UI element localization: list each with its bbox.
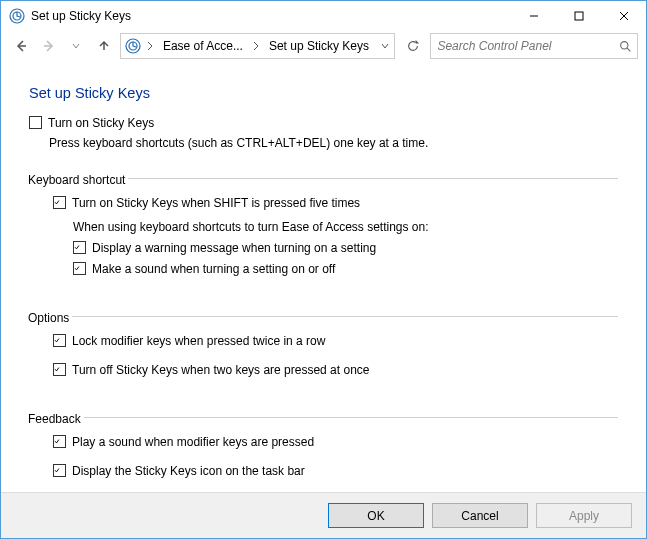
page-heading: Set up Sticky Keys [29,85,618,101]
cancel-button[interactable]: Cancel [432,503,528,528]
window-controls [511,1,646,30]
svg-line-11 [627,48,630,51]
checkbox-icon [53,334,66,347]
navbar: Ease of Acce... Set up Sticky Keys [1,30,646,63]
back-button[interactable] [9,34,33,58]
search-box[interactable] [430,33,638,59]
chevron-right-icon[interactable] [249,41,263,51]
breadcrumb-seg-2[interactable]: Set up Sticky Keys [263,34,375,58]
checkbox-icon [73,262,86,275]
chevron-right-icon[interactable] [143,41,157,51]
breadcrumb[interactable]: Ease of Acce... Set up Sticky Keys [120,33,395,59]
window: Set up Sticky Keys [0,0,647,539]
forward-button[interactable] [37,34,61,58]
close-button[interactable] [601,1,646,30]
breadcrumb-seg-1[interactable]: Ease of Acce... [157,34,249,58]
search-input[interactable] [435,38,613,54]
ok-button[interactable]: OK [328,503,424,528]
apply-button: Apply [536,503,632,528]
checkbox-icon [73,241,86,254]
turn-off-two-keys-checkbox[interactable]: Turn off Sticky Keys when two keys are p… [53,362,618,379]
make-sound-checkbox[interactable]: Make a sound when turning a setting on o… [73,261,618,278]
shift-five-times-checkbox[interactable]: Turn on Sticky Keys when SHIFT is presse… [53,195,618,212]
lock-modifier-checkbox[interactable]: Lock modifier keys when pressed twice in… [53,333,618,350]
content-area: Set up Sticky Keys Turn on Sticky Keys P… [1,63,646,493]
recent-dropdown[interactable] [64,34,88,58]
checkbox-label: Display a warning message when turning o… [92,240,376,257]
refresh-button[interactable] [399,33,427,59]
turn-on-sticky-keys-checkbox[interactable]: Turn on Sticky Keys [29,115,618,132]
window-title: Set up Sticky Keys [31,9,511,23]
breadcrumb-history-dropdown[interactable] [375,34,395,58]
checkbox-label: Turn on Sticky Keys when SHIFT is presse… [72,195,360,212]
search-icon[interactable] [617,40,633,53]
maximize-button[interactable] [556,1,601,30]
checkbox-icon [53,464,66,477]
group-legend: Feedback [25,412,84,426]
display-taskbar-icon-checkbox[interactable]: Display the Sticky Keys icon on the task… [53,463,618,480]
checkbox-label: Turn on Sticky Keys [48,115,154,132]
group-options: Options Lock modifier keys when pressed … [29,302,618,395]
display-warning-checkbox[interactable]: Display a warning message when turning o… [73,240,618,257]
svg-rect-3 [575,12,583,20]
footer: OK Cancel Apply [1,492,646,538]
checkbox-label: Display the Sticky Keys icon on the task… [72,463,305,480]
minimize-button[interactable] [511,1,556,30]
checkbox-icon [53,363,66,376]
app-icon [9,8,25,24]
checkbox-label: Turn off Sticky Keys when two keys are p… [72,362,369,379]
shortcut-subnote: When using keyboard shortcuts to turn Ea… [73,220,618,234]
breadcrumb-icon [123,36,143,56]
titlebar: Set up Sticky Keys [1,1,646,30]
checkbox-label: Make a sound when turning a setting on o… [92,261,335,278]
checkbox-label: Lock modifier keys when pressed twice in… [72,333,325,350]
main-description: Press keyboard shortcuts (such as CTRL+A… [49,136,618,150]
group-legend: Keyboard shortcut [25,173,128,187]
group-keyboard-shortcut: Keyboard shortcut Turn on Sticky Keys wh… [29,164,618,294]
svg-point-10 [620,42,627,49]
checkbox-icon [53,196,66,209]
group-feedback: Feedback Play a sound when modifier keys… [29,403,618,493]
checkbox-icon [53,435,66,448]
up-button[interactable] [92,34,116,58]
checkbox-label: Play a sound when modifier keys are pres… [72,434,314,451]
play-sound-modifier-checkbox[interactable]: Play a sound when modifier keys are pres… [53,434,618,451]
group-legend: Options [25,311,72,325]
checkbox-icon [29,116,42,129]
